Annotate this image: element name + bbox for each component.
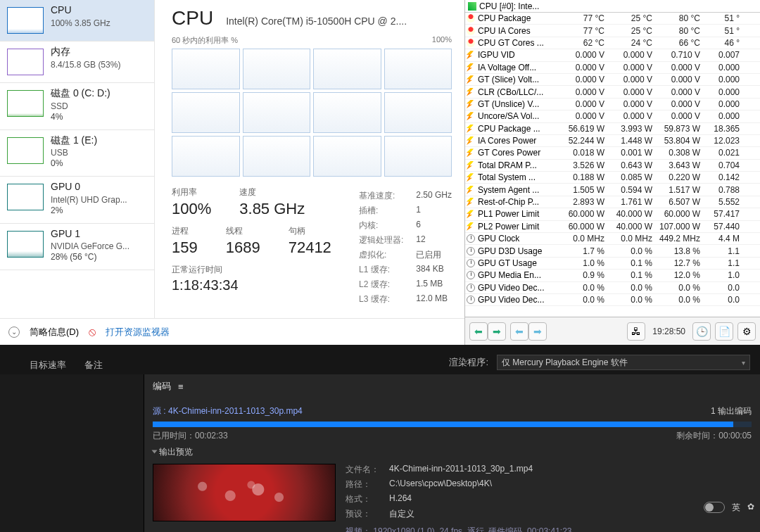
sensor-row[interactable]: IGPU VID 0.000 V 0.000 V 0.710 V 0.007: [465, 49, 760, 61]
util-label: 利用率: [172, 186, 211, 198]
sensor-c3: 1.0: [703, 270, 742, 280]
sensor-row[interactable]: IA Voltage Off... 0.000 V 0.000 V 0.000 …: [465, 62, 760, 74]
preview-thumbnail: [153, 464, 336, 521]
sensor-row[interactable]: CPU Package 77 °C 25 °C 80 °C 51 °: [465, 13, 760, 25]
sensor-row[interactable]: GPU Video Dec... 0.0 % 0.0 % 0.0 % 0.0: [465, 294, 760, 306]
sidebar-item[interactable]: 磁盘 1 (E:) USB 0%: [0, 130, 154, 177]
sensor-row[interactable]: CPU GT Cores ... 62 °C 24 °C 66 °C 46 °: [465, 37, 760, 49]
log-button[interactable]: 📄: [715, 322, 733, 341]
elapsed-label: 已用时间：: [153, 431, 195, 441]
sensor-row[interactable]: Uncore/SA Vol... 0.000 V 0.000 V 0.000 V…: [465, 110, 760, 122]
sensor-row[interactable]: Total DRAM P... 3.526 W 0.643 W 3.643 W …: [465, 160, 760, 172]
spec-label: L3 缓存:: [359, 293, 403, 305]
sidebar-item[interactable]: GPU 0 Intel(R) UHD Grap... 2%: [0, 177, 154, 224]
sensor-c1: 0.001 W: [607, 148, 655, 158]
sensor-row[interactable]: GT (Unslice) V... 0.000 V 0.000 V 0.000 …: [465, 99, 760, 110]
sensor-c1: 0.000 V: [607, 50, 655, 60]
sensor-c0: 0.018 W: [559, 148, 607, 158]
sensor-row[interactable]: PL2 Power Limit 60.000 W 40.000 W 107.00…: [465, 221, 760, 233]
graph-caption-left: 60 秒内的利用率 %: [172, 35, 238, 46]
ime-lang[interactable]: 英: [732, 502, 740, 514]
toggle-switch[interactable]: [704, 502, 725, 513]
sensor-row[interactable]: CLR (CBo/LLC/... 0.000 V 0.000 V 0.000 V…: [465, 86, 760, 98]
sensor-c3: 51 °: [703, 13, 742, 23]
sensor-c3: 57.440: [703, 222, 742, 232]
clock-icon[interactable]: 🕒: [692, 322, 711, 341]
nav-back2-button[interactable]: ⬅: [510, 322, 528, 341]
sensor-c0: 0.0 MHz: [559, 234, 607, 243]
sensor-c1: 3.993 W: [607, 124, 655, 134]
sensor-row[interactable]: Total System ... 0.188 W 0.085 W 0.220 W…: [465, 172, 760, 184]
sensor-row[interactable]: GPU Video Dec... 0.0 % 0.0 % 0.0 % 0.0: [465, 282, 760, 294]
tab-notes[interactable]: 备注: [84, 359, 103, 372]
sensor-row[interactable]: IA Cores Power 52.244 W 1.448 W 53.804 W…: [465, 135, 760, 147]
renderer-select[interactable]: 仅 Mercury Playback Engine 软件 ▾: [497, 355, 750, 370]
sensor-c2: 0.0 %: [655, 283, 703, 293]
sidebar-item[interactable]: GPU 1 NVIDIA GeForce G... 28% (56 °C): [0, 224, 154, 271]
watt-icon: [467, 210, 474, 218]
preset-value: 自定义: [389, 508, 572, 520]
sensor-c1: 25 °C: [607, 26, 655, 36]
sidebar-item[interactable]: 磁盘 0 (C: D:) SSD 4%: [0, 83, 154, 130]
format-label: 格式：: [346, 493, 385, 505]
menu-icon[interactable]: ≡: [178, 381, 184, 392]
sensor-row[interactable]: GPU D3D Usage 1.7 % 0.0 % 13.8 % 1.1: [465, 245, 760, 257]
sensor-row[interactable]: GT (Slice) Volt... 0.000 V 0.000 V 0.000…: [465, 74, 760, 86]
cpu-title: CPU: [172, 7, 213, 30]
sensor-label: Uncore/SA Vol...: [478, 111, 559, 121]
sensor-c1: 0.643 W: [607, 160, 655, 170]
hwinfo-section-header[interactable]: CPU [#0]: Inte...: [465, 0, 760, 13]
ime-settings-icon[interactable]: ✿: [747, 502, 754, 514]
speed-label: 速度: [239, 186, 305, 198]
sensor-row[interactable]: GT Cores Power 0.018 W 0.001 W 0.308 W 0…: [465, 147, 760, 159]
sensor-c0: 0.0 %: [559, 283, 607, 293]
sensor-row[interactable]: Rest-of-Chip P... 2.893 W 1.761 W 6.507 …: [465, 196, 760, 208]
renderer-selected: 仅 Mercury Playback Engine 软件: [502, 357, 628, 369]
tab-target-rate[interactable]: 目标速率: [30, 359, 66, 372]
sidebar-item[interactable]: 内存 8.4/15.8 GB (53%): [0, 42, 154, 83]
nav-fwd-button[interactable]: ➡: [488, 322, 506, 341]
brief-info-button[interactable]: 简略信息(D): [30, 326, 79, 338]
sensor-c2: 0.710 V: [655, 50, 703, 60]
hwinfo-table[interactable]: CPU Package 77 °C 25 °C 80 °C 51 ° CPU I…: [465, 13, 760, 317]
sensor-row[interactable]: GPU Clock 0.0 MHz 0.0 MHz 449.2 MHz 4.4 …: [465, 233, 760, 245]
open-resmon-link[interactable]: 打开资源监视器: [106, 326, 170, 338]
settings-button[interactable]: ⚙: [737, 322, 756, 341]
sensor-c3: 0.704: [703, 160, 742, 170]
sensor-row[interactable]: GPU Media En... 0.9 % 0.1 % 12.0 % 1.0: [465, 270, 760, 281]
path-label: 路径：: [346, 479, 385, 490]
sensor-c2: 0.000 V: [655, 63, 703, 72]
graph-caption-right: 100%: [432, 35, 452, 46]
sidebar-item[interactable]: CPU 100% 3.85 GHz: [0, 0, 154, 42]
cpu-model: Intel(R) Core(TM) i5-10500H CPU @ 2....: [226, 15, 452, 27]
collapse-icon[interactable]: ⌄: [8, 327, 20, 338]
nav-back-button[interactable]: ⬅: [469, 322, 488, 341]
sensor-label: CLR (CBo/LLC/...: [478, 87, 559, 97]
sensor-label: Total System ...: [478, 172, 559, 182]
remain-label: 剩余时间：: [676, 431, 718, 441]
network-button[interactable]: 🖧: [627, 322, 645, 341]
sensor-c2: 0.000 V: [655, 75, 703, 84]
sensor-c0: 60.000 W: [559, 209, 607, 219]
encode-progress[interactable]: [153, 422, 752, 427]
sensor-row[interactable]: System Agent ... 1.505 W 0.594 W 1.517 W…: [465, 184, 760, 196]
nav-fwd2-button[interactable]: ➡: [528, 322, 547, 341]
sensor-row[interactable]: CPU IA Cores 77 °C 25 °C 80 °C 51 °: [465, 25, 760, 37]
hwinfo-header-text: CPU [#0]: Inte...: [479, 1, 539, 11]
spec-value: 12: [416, 234, 452, 246]
spec-label: L2 缓存:: [359, 279, 403, 291]
toolbar-strip: 目标速率 备注 渲染程序: 仅 Mercury Playback Engine …: [0, 345, 760, 374]
sensor-c3: 0.007: [703, 50, 742, 60]
sensor-c0: 77 °C: [559, 13, 607, 23]
disclosure-icon[interactable]: [152, 450, 158, 454]
sensor-row[interactable]: CPU Package ... 56.619 W 3.993 W 59.873 …: [465, 123, 760, 135]
cpu-core-cell: [313, 49, 381, 89]
sensor-c2: 1.517 W: [655, 185, 703, 195]
spec-label: 插槽:: [359, 205, 403, 217]
preset-label: 预设：: [346, 508, 385, 520]
cpu-spec-list: 基准速度:2.50 GHz插槽:1内核:6逻辑处理器:12虚拟化:已启用L1 缓…: [359, 190, 452, 305]
sensor-row[interactable]: PL1 Power Limit 60.000 W 40.000 W 60.000…: [465, 208, 760, 220]
sidebar-item-title: 磁盘 1 (E:): [51, 134, 97, 147]
sidebar-item-sub: 8.4/15.8 GB (53%): [51, 60, 120, 70]
sensor-row[interactable]: GPU GT Usage 1.0 % 0.1 % 12.7 % 1.1: [465, 258, 760, 270]
